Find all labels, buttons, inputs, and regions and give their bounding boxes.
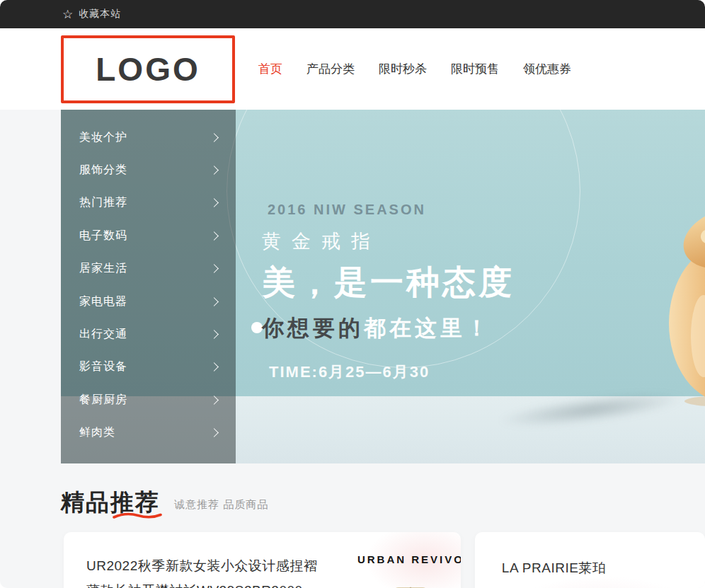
nav-item-home[interactable]: 首页 [258,61,282,77]
header: LOGO 首页 产品分类 限时秒杀 限时预售 领优惠券 [0,28,705,110]
chevron-right-icon [210,264,219,273]
banner-tagline: 你想要的都在这里！ [262,313,515,343]
banner-tagline-light: 都在这里！ [364,316,491,340]
product-card-list: UR2022秋季新款女装小众设计感捏褶 薄款长袖开襟衬衫WV29S2BR2000… [64,532,705,588]
red-underline-swoosh [112,511,163,520]
recommend-subtitle: 诚意推荐 品质商品 [174,498,268,512]
chevron-right-icon [210,363,219,372]
chevron-right-icon [210,199,219,208]
nav-item-coupons[interactable]: 领优惠券 [523,61,571,77]
banner-tagline-dark: 你想要的 [262,316,364,340]
page: ☆ 收藏本站 LOGO 首页 产品分类 限时秒杀 限时预售 领优惠券 [0,0,705,588]
category-item-appliances[interactable]: 家电电器 [79,285,217,318]
nav-item-presale[interactable]: 限时预售 [451,61,499,77]
recommend-title: 精品推荐 [61,490,160,514]
category-menu: 美妆个护 服饰分类 热门推荐 电子数码 居家生活 家电电器 [61,110,236,463]
logo-text: LOGO [96,50,200,88]
category-item-digital[interactable]: 电子数码 [79,219,217,252]
category-item-apparel[interactable]: 服饰分类 [79,154,217,186]
product-card[interactable]: LA PRAIRIE莱珀 ¥2,460 [475,532,705,588]
hero-banner[interactable]: 2016 NIW SEASON 黄金戒指 美，是一种态度 你想要的都在这里！ T… [61,110,705,463]
product-image: URBAN REVIVO [361,532,461,588]
chevron-right-icon [210,330,219,339]
chevron-right-icon [210,396,219,405]
nav-item-categories[interactable]: 产品分类 [306,61,355,77]
gold-ring-image [654,195,705,408]
logo[interactable]: LOGO [61,35,235,103]
product-title: LA PRAIRIE莱珀 [502,559,705,577]
chevron-right-icon [210,231,219,241]
chevron-right-icon [210,133,219,142]
main-nav: 首页 产品分类 限时秒杀 限时预售 领优惠券 [258,61,571,77]
brand-logo-text: URBAN REVIVO [357,553,461,565]
nav-item-flash-sale[interactable]: 限时秒杀 [379,61,427,77]
category-item-audio-video[interactable]: 影音设备 [79,351,217,384]
star-icon: ☆ [62,8,73,21]
category-item-home-life[interactable]: 居家生活 [79,253,217,285]
category-item-hot[interactable]: 热门推荐 [79,187,217,219]
product-title: UR2022秋季新款女装小众设计感捏褶 薄款长袖开襟衬衫WV29S2BR2000… [64,532,361,588]
product-card[interactable]: UR2022秋季新款女装小众设计感捏褶 薄款长袖开襟衬衫WV29S2BR2000… [64,532,461,588]
banner-season: 2016 NIW SEASON [268,202,515,218]
banner-time: TIME:6月25—6月30 [269,362,515,383]
category-item-kitchen[interactable]: 餐厨厨房 [79,384,217,416]
category-item-fresh-meat[interactable]: 鲜肉类 [79,417,217,449]
category-item-travel[interactable]: 出行交通 [79,318,217,350]
chevron-right-icon [210,166,219,175]
topbar: ☆ 收藏本站 [0,0,705,28]
dot-decoration [251,322,263,333]
banner-text: 2016 NIW SEASON 黄金戒指 美，是一种态度 你想要的都在这里！ T… [262,202,515,383]
category-item-beauty[interactable]: 美妆个护 [79,121,217,154]
chevron-right-icon [210,297,219,306]
banner-product-name: 黄金戒指 [262,229,515,254]
banner-headline: 美，是一种态度 [262,260,515,305]
favorite-site-link[interactable]: 收藏本站 [79,8,121,21]
recommend-section-header: 精品推荐 诚意推荐 品质商品 [61,490,705,514]
chevron-right-icon [210,428,219,437]
